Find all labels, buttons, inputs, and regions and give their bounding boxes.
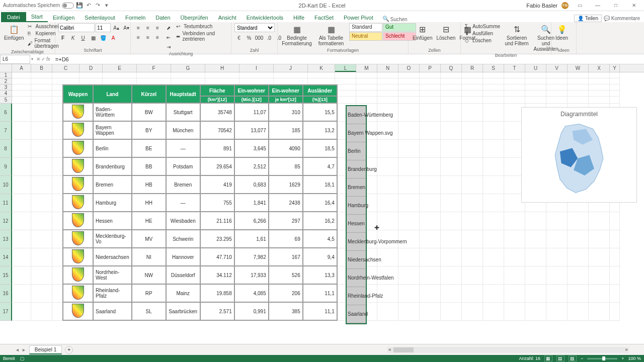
grid-cell[interactable] xyxy=(546,97,568,104)
grid-cell[interactable] xyxy=(12,140,31,158)
grid-cell[interactable] xyxy=(462,303,483,321)
grid-cell[interactable] xyxy=(12,266,31,285)
row-header[interactable]: 13 xyxy=(0,230,12,248)
delete-cells-button[interactable]: ⊟Löschen xyxy=(435,23,456,42)
ew-cell[interactable]: 1,61 xyxy=(234,230,269,248)
grid-cell[interactable] xyxy=(398,285,420,303)
grid-cell[interactable] xyxy=(546,90,568,97)
row-header[interactable]: 9 xyxy=(0,158,12,176)
fl-cell[interactable]: 70542 xyxy=(200,121,234,139)
grid-cell[interactable] xyxy=(568,90,589,97)
sort-filter-button[interactable]: ⇅Sortieren und Filtern xyxy=(503,23,530,47)
selected-cell[interactable]: Saarland xyxy=(347,305,366,323)
grid-cell[interactable] xyxy=(420,303,441,321)
grid-cell[interactable] xyxy=(335,78,356,84)
row-header[interactable]: 12 xyxy=(0,212,12,230)
tab-factset[interactable]: FactSet xyxy=(309,13,339,22)
grid-cell[interactable] xyxy=(589,90,610,97)
grid-cell[interactable] xyxy=(525,266,546,285)
aus-cell[interactable]: 4,5 xyxy=(303,230,337,248)
column-header[interactable]: F xyxy=(137,64,171,72)
grid-cell[interactable] xyxy=(546,72,568,78)
align-top-icon[interactable]: ≡ xyxy=(134,23,143,32)
haupt-cell[interactable]: Schwerin xyxy=(166,230,200,248)
grid-cell[interactable] xyxy=(525,212,546,230)
haupt-cell[interactable]: — xyxy=(166,139,200,157)
tab-data[interactable]: Daten xyxy=(150,13,175,22)
grid-cell[interactable] xyxy=(377,303,398,321)
grid-cell[interactable] xyxy=(462,266,483,285)
kz-cell[interactable]: BE xyxy=(132,139,166,157)
grid-cell[interactable] xyxy=(31,248,52,266)
currency-icon[interactable]: € xyxy=(234,33,244,42)
grid-cell[interactable] xyxy=(274,72,308,78)
grid-cell[interactable] xyxy=(205,72,239,78)
tab-formulas[interactable]: Formeln xyxy=(120,13,150,22)
aus-cell[interactable]: 11,1 xyxy=(303,284,337,302)
grid-cell[interactable] xyxy=(12,78,31,84)
grid-cell[interactable] xyxy=(568,97,589,104)
grid-cell[interactable] xyxy=(12,104,31,122)
merge-button[interactable]: ⬌Verbinden und zentrieren xyxy=(175,30,228,42)
ewkm-cell[interactable]: 385 xyxy=(269,302,303,320)
zoom-in-icon[interactable]: + xyxy=(621,356,624,361)
bold-button[interactable]: F xyxy=(58,33,67,42)
macro-record-icon[interactable]: ▢ xyxy=(20,356,25,361)
font-color-icon[interactable]: A xyxy=(109,33,118,42)
grid-cell[interactable] xyxy=(462,140,483,158)
grid-cell[interactable] xyxy=(504,285,525,303)
sheet-tab[interactable]: Beispiel 1 xyxy=(29,345,62,354)
grid-cell[interactable] xyxy=(12,72,31,78)
fl-cell[interactable]: 419 xyxy=(200,175,234,194)
grid-cell[interactable] xyxy=(420,140,441,158)
selected-cell[interactable]: Hamburg xyxy=(347,197,366,215)
ew-cell[interactable]: 6,266 xyxy=(234,212,269,230)
grid-cell[interactable] xyxy=(441,72,462,78)
aus-cell[interactable]: 15,5 xyxy=(303,103,337,121)
grid-cell[interactable] xyxy=(462,248,483,266)
selected-cell[interactable]: Hessen xyxy=(347,215,366,233)
grid-cell[interactable] xyxy=(398,212,420,230)
column-header[interactable]: X xyxy=(589,64,610,72)
style-neutral[interactable]: Neutral xyxy=(349,32,382,41)
ew-cell[interactable]: 13,077 xyxy=(234,121,269,139)
horizontal-scrollbar[interactable]: ◄ ► xyxy=(387,347,629,353)
land-cell[interactable]: Bremen xyxy=(93,175,132,194)
row-header[interactable]: 1 xyxy=(0,72,12,78)
tab-view[interactable]: Ansicht xyxy=(213,13,242,22)
fill-color-icon[interactable]: 🪣 xyxy=(99,33,108,42)
grid-cell[interactable] xyxy=(31,72,52,78)
align-middle-icon[interactable]: ≡ xyxy=(143,23,152,32)
decrease-font-icon[interactable]: A▾ xyxy=(122,23,131,32)
grid-cell[interactable] xyxy=(398,303,420,321)
grid-cell[interactable] xyxy=(610,248,620,266)
grid-cell[interactable] xyxy=(377,194,398,212)
fl-cell[interactable]: 2.571 xyxy=(200,302,234,320)
ew-cell[interactable]: 0,683 xyxy=(234,175,269,194)
fl-cell[interactable]: 34.112 xyxy=(200,266,234,284)
zoom-out-icon[interactable]: − xyxy=(581,356,583,361)
grid-cell[interactable] xyxy=(377,176,398,194)
grid-cell[interactable] xyxy=(31,140,52,158)
qat-dropdown-icon[interactable]: ▾ xyxy=(103,2,110,9)
ew-cell[interactable]: 11,07 xyxy=(234,103,269,121)
grid-cell[interactable] xyxy=(12,84,31,90)
sheet-prev-icon[interactable]: ◄ xyxy=(15,347,20,352)
clear-button[interactable]: ◇Löschen xyxy=(464,37,501,44)
ewkm-cell[interactable]: 206 xyxy=(269,284,303,302)
grid-cell[interactable] xyxy=(483,104,504,122)
grid-cell[interactable] xyxy=(610,97,620,104)
column-header[interactable]: S xyxy=(483,64,504,72)
ew-cell[interactable]: 3,645 xyxy=(234,139,269,157)
grid-cell[interactable] xyxy=(377,212,398,230)
grid-cell[interactable] xyxy=(335,90,356,97)
tab-start[interactable]: Start xyxy=(26,12,48,22)
grid-cell[interactable] xyxy=(441,78,462,84)
grid-cell[interactable] xyxy=(546,84,568,90)
row-header[interactable]: 15 xyxy=(0,266,12,285)
column-header[interactable]: T xyxy=(504,64,525,72)
grid-cell[interactable] xyxy=(239,78,274,84)
haupt-cell[interactable]: Mainz xyxy=(166,284,200,302)
ew-cell[interactable]: 4,085 xyxy=(234,284,269,302)
aus-cell[interactable]: 16,2 xyxy=(303,212,337,230)
